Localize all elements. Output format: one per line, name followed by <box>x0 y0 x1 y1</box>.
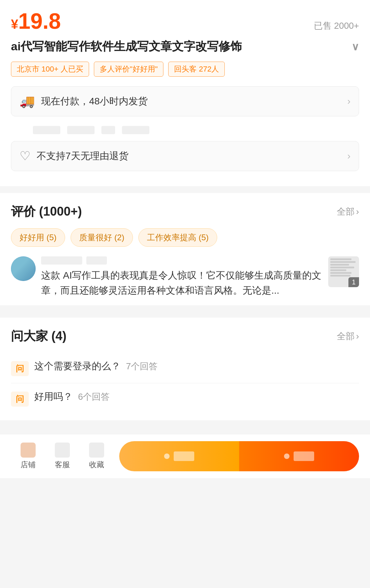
shipping-left: 🚚 现在付款，48小时内发货 <box>20 94 148 108</box>
image-count-badge: 1 <box>348 277 359 287</box>
service-label: 客服 <box>55 460 70 470</box>
price-currency: ¥ <box>11 17 18 31</box>
service-button[interactable]: 客服 <box>45 443 79 470</box>
return-chevron: › <box>347 151 350 162</box>
review-item: 这款 AI写作工具的表现真是令人惊叹！它不仅能够生成高质量的文章，而且还能够灵活… <box>11 256 359 299</box>
review-tag-0[interactable]: 好好用 (5) <box>11 228 65 247</box>
return-policy-row[interactable]: ♡ 不支持7天无理由退货 › <box>11 141 359 171</box>
reviews-link-chevron: › <box>356 206 359 217</box>
qa-item-1[interactable]: 问 好用吗？ 6个回答 <box>11 383 359 413</box>
purchase-buttons <box>119 441 359 471</box>
shipping-row[interactable]: 🚚 现在付款，48小时内发货 › <box>11 86 359 116</box>
cart-dot <box>164 453 170 459</box>
title-expand-chevron[interactable]: ∨ <box>352 40 359 54</box>
return-left: ♡ 不支持7天无理由退货 <box>20 149 128 163</box>
qa-title: 问大家 (4) <box>11 328 66 345</box>
qa-section: 问大家 (4) 全部 › 问 这个需要登录的么？ 7个回答 问 好用吗？ 6个回… <box>0 318 370 420</box>
qa-link[interactable]: 全部 › <box>337 330 359 342</box>
tag-buyers: 北京市 100+ 人已买 <box>11 62 89 77</box>
tag-reviews: 多人评价"好好用" <box>94 62 164 77</box>
section-divider-2 <box>0 311 370 318</box>
avatar-image <box>11 256 36 281</box>
cart-text <box>174 451 194 461</box>
sold-count: 已售 2000+ <box>314 20 359 32</box>
buy-now-button[interactable] <box>239 441 359 471</box>
qa-header: 问大家 (4) 全部 › <box>11 328 359 345</box>
product-tags: 北京市 100+ 人已买 多人评价"好好用" 回头客 272人 <box>11 62 359 77</box>
product-section: ¥19.8 已售 2000+ ai代写智能写作软件生成写文章文字改写修饰 ∨ 北… <box>0 0 370 186</box>
reviews-link[interactable]: 全部 › <box>337 206 359 218</box>
shipping-text: 现在付款，48小时内发货 <box>41 95 148 108</box>
reviewer-meta-blur <box>86 256 107 265</box>
reviews-header: 评价 (1000+) 全部 › <box>11 203 359 220</box>
qa-question-0: 这个需要登录的么？ 7个回答 <box>34 360 359 373</box>
review-text: 这款 AI写作工具的表现真是令人惊叹！它不仅能够生成高质量的文章，而且还能够灵活… <box>41 268 323 299</box>
collect-button[interactable]: 收藏 <box>79 443 114 470</box>
reviewer-avatar <box>11 256 36 281</box>
qa-link-chevron: › <box>356 331 359 342</box>
qa-answer-count-0: 7个回答 <box>126 361 158 371</box>
buy-text <box>294 451 314 461</box>
product-price: ¥19.8 <box>11 10 61 32</box>
thumbnail-blur-1 <box>33 126 60 134</box>
review-tag-1[interactable]: 质量很好 (2) <box>71 228 133 247</box>
return-text: 不支持7天无理由退货 <box>37 150 128 163</box>
heart-icon: ♡ <box>20 149 30 163</box>
qa-badge-0: 问 <box>11 361 29 376</box>
store-label: 店铺 <box>21 460 36 470</box>
store-icon <box>21 443 36 458</box>
collect-label: 收藏 <box>89 460 104 470</box>
shipping-chevron: › <box>347 96 350 107</box>
bottom-bar: 店铺 客服 收藏 <box>0 434 370 478</box>
tag-returning: 回头客 272人 <box>168 62 225 77</box>
qa-item-0[interactable]: 问 这个需要登录的么？ 7个回答 <box>11 353 359 383</box>
buy-dot <box>284 453 289 459</box>
reviewer-name-row <box>41 256 323 265</box>
service-icon <box>55 443 70 458</box>
review-content: 这款 AI写作工具的表现真是令人惊叹！它不仅能够生成高质量的文章，而且还能够灵活… <box>41 256 323 299</box>
review-filter-tags: 好好用 (5) 质量很好 (2) 工作效率提高 (5) <box>11 228 359 247</box>
reviewer-name-blur <box>41 256 82 265</box>
product-title-text: ai代写智能写作软件生成写文章文字改写修饰 <box>11 38 242 55</box>
shipping-icon: 🚚 <box>20 94 35 108</box>
store-button[interactable]: 店铺 <box>11 443 45 470</box>
qa-badge-1: 问 <box>11 392 29 407</box>
price-value: 19.8 <box>18 9 61 34</box>
add-to-cart-button[interactable] <box>119 441 239 471</box>
qa-question-1: 好用吗？ 6个回答 <box>34 390 359 403</box>
review-tag-2[interactable]: 工作效率提高 (5) <box>138 228 217 247</box>
review-image-thumbnail[interactable]: 1 <box>328 256 359 287</box>
collect-icon <box>89 443 104 458</box>
product-title-row[interactable]: ai代写智能写作软件生成写文章文字改写修饰 ∨ <box>11 38 359 55</box>
thumbnail-blur-2 <box>67 126 95 134</box>
bottom-spacer <box>0 420 370 434</box>
shipping-thumbnails <box>11 123 359 136</box>
price-row: ¥19.8 已售 2000+ <box>11 10 359 32</box>
reviews-title: 评价 (1000+) <box>11 203 82 220</box>
qa-answer-count-1: 6个回答 <box>78 392 110 402</box>
thumbnail-blur-3 <box>101 126 115 134</box>
thumbnail-blur-4 <box>122 126 149 134</box>
section-divider-1 <box>0 186 370 193</box>
reviews-section: 评价 (1000+) 全部 › 好好用 (5) 质量很好 (2) 工作效率提高 … <box>0 193 370 306</box>
